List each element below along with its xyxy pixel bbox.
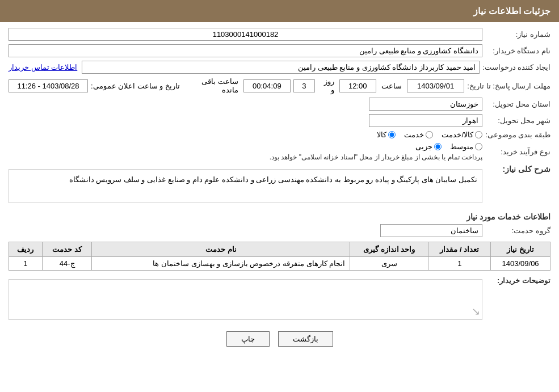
radio-goods-label: کالا [377,130,386,139]
radio-goods-service: کالا/خدمت [442,130,482,139]
col-date-header: تاریخ نیاز [491,242,550,257]
creator-label: ایجاد کننده درخواست: [480,63,550,71]
category-row: طبقه بندی موضوعی: کالا/خدمت خدمت کالا [9,130,550,139]
buyer-notes-label: توضیحات خریدار: [482,276,550,285]
radio-service-label: خدمت [404,130,424,139]
process-radio-group: متوسط جزیی [9,142,482,151]
process-note: پرداخت تمام یا بخشی از مبلغ خریدار از مح… [9,153,482,161]
col-quantity-header: تعداد / مقدار [428,242,491,257]
radio-partial-input[interactable] [434,143,442,150]
creator-value: امید حمید کاربرداز دانشگاه کشاورزی و منا… [82,61,480,74]
service-group-row: گروه حدمت: ساختمان [9,224,550,237]
row-num: 1 [9,257,43,271]
col-code-header: کد حدمت [42,242,92,257]
service-group-value: ساختمان [380,224,482,237]
radio-partial-label: جزیی [415,142,432,151]
page-title: جزئیات اطلاعات نیاز [473,6,550,16]
process-label: نوع فرآیند خرید: [482,147,550,156]
page-container: جزئیات اطلاعات نیاز شماره نیاز: 11030001… [0,0,559,392]
province-label: استان محل تحویل: [482,100,550,108]
deadline-date: 1403/09/01 [407,79,464,92]
table-row: 1403/09/06 1 سری انجام کارهای متفرقه درخ… [9,257,550,271]
resize-handle-icon: ↘ [472,305,480,318]
col-row-header: ردیف [9,242,43,257]
process-row: نوع فرآیند خرید: متوسط جزیی پرداخت تمام … [9,142,550,161]
need-number-row: شماره نیاز: 1103000141000182 [9,28,550,41]
service-group-label: گروه حدمت: [482,226,550,235]
page-header: جزئیات اطلاعات نیاز [0,0,559,22]
creator-row: ایجاد کننده درخواست: امید حمید کاربرداز … [9,61,550,74]
description-row: شرح کلی نیاز: تکمیل سایبان های پارکینگ و… [9,165,550,208]
category-radio-group: کالا/خدمت خدمت کالا [377,130,482,139]
services-table: تاریخ نیاز تعداد / مقدار واحد اندازه گیر… [9,242,550,271]
radio-goods-service-label: کالا/خدمت [442,130,473,139]
description-label: شرح کلی نیاز: [482,165,550,174]
row-date: 1403/09/06 [491,257,550,271]
remaining-value: 00:04:09 [243,79,291,92]
province-row: استان محل تحویل: خوزستان [9,98,550,111]
row-name: انجام کارهای متفرقه درخصوص بازسازی و بهس… [92,257,350,271]
days-value: 3 [293,79,315,92]
radio-service: خدمت [404,130,433,139]
contact-link[interactable]: اطلاعات تماس خریدار [9,63,77,71]
row-unit: سری [350,257,428,271]
category-label: طبقه بندی موضوعی: [482,130,550,139]
row-code: ج-44 [42,257,92,271]
announce-value: 1403/08/28 - 11:26 [9,79,88,92]
radio-goods-service-input[interactable] [475,131,482,138]
province-value: خوزستان [369,98,482,111]
radio-medium: متوسط [450,142,482,151]
buyer-org-label: نام دستگاه خریدار: [482,47,550,55]
services-section-title: اطلاعات خدمات مورد نیاز [9,212,550,221]
col-unit-header: واحد اندازه گیری [350,242,428,257]
buyer-notes-content [9,280,482,319]
deadline-row: مهلت ارسال پاسخ: تا تاریخ: 1403/09/01 سا… [9,77,550,94]
need-number-value: 1103000141000182 [9,28,482,41]
remaining-label: ساعت باقی مانده [188,77,238,94]
radio-partial: جزیی [415,142,442,151]
deadline-time: 12:00 [339,79,376,92]
main-content: شماره نیاز: 1103000141000182 نام دستگاه … [0,22,559,361]
radio-service-input[interactable] [426,131,433,138]
time-label: ساعت [381,82,402,90]
radio-goods-input[interactable] [388,131,396,138]
announce-label: تاریخ و ساعت اعلان عمومی: [91,82,180,90]
city-label: شهر محل تحویل: [482,116,550,125]
col-name-header: نام حدمت [92,242,350,257]
radio-medium-input[interactable] [475,143,482,150]
buttons-row: بازگشت چاپ [9,331,550,347]
radio-medium-label: متوسط [450,142,473,151]
back-button[interactable]: بازگشت [278,331,333,347]
city-value: اهواز [369,114,482,127]
buyer-notes-row: توضیحات خریدار: ↘ [9,276,550,323]
deadline-label: مهلت ارسال پاسخ: تا تاریخ: [464,82,550,90]
need-number-label: شماره نیاز: [482,30,550,39]
description-value: تکمیل سایبان های پارکینگ و پیاده رو مربو… [9,169,482,203]
buyer-org-value: دانشگاه کشاورزی و منابع طبیعی رامین [9,44,482,57]
table-header-row: تاریخ نیاز تعداد / مقدار واحد اندازه گیر… [9,242,550,257]
buyer-notes-box: ↘ [9,279,482,320]
days-label: روز و [320,77,334,94]
row-quantity: 1 [428,257,491,271]
buyer-org-row: نام دستگاه خریدار: دانشگاه کشاورزی و منا… [9,44,550,57]
radio-goods: کالا [377,130,396,139]
city-row: شهر محل تحویل: اهواز [9,114,550,127]
print-button[interactable]: چاپ [226,331,270,347]
